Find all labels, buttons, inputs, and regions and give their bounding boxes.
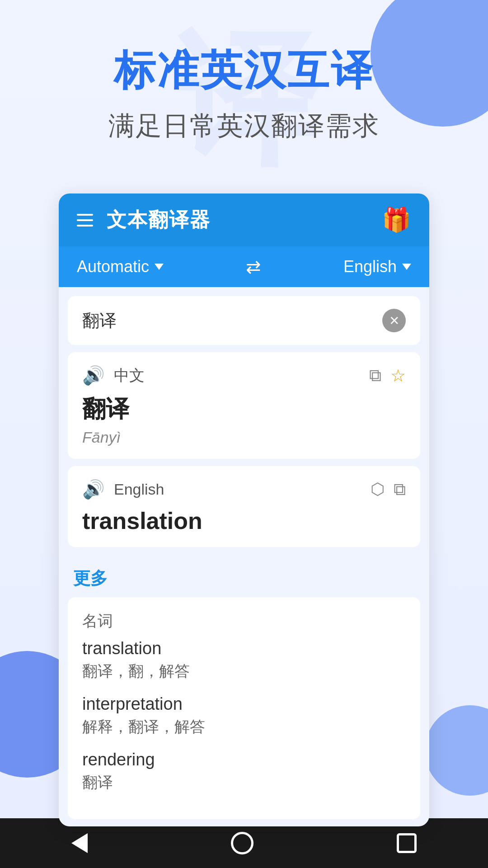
chinese-result-card: 🔊 中文 ⧉ ☆ 翻译 Fānyì <box>68 352 420 459</box>
source-lang-label: Automatic <box>77 257 149 276</box>
word-en-3: rendering <box>82 750 406 769</box>
english-result-word: translation <box>82 507 406 534</box>
target-lang-button[interactable]: English <box>343 257 411 276</box>
english-speaker-icon[interactable]: 🔊 <box>82 479 105 500</box>
input-text[interactable]: 翻译 <box>82 309 117 332</box>
word-en-2: interpretation <box>82 694 406 714</box>
app-header: 文本翻译器 🎁 <box>59 193 429 246</box>
pos-label: 名词 <box>82 611 406 632</box>
english-lang-label: English <box>114 481 164 498</box>
chinese-result-pinyin: Fānyì <box>82 429 406 446</box>
source-lang-dropdown-arrow <box>155 264 164 270</box>
english-result-header: 🔊 English ⬡ ⧉ <box>82 479 406 500</box>
target-lang-dropdown-arrow <box>402 264 411 270</box>
english-result-card: 🔊 English ⬡ ⧉ translation <box>68 466 420 547</box>
word-entry-2: interpretation 解释，翻译，解答 <box>82 694 406 737</box>
english-copy-icon[interactable]: ⧉ <box>394 480 406 500</box>
cards-area: 翻译 🔊 中文 ⧉ ☆ 翻译 Fānyì <box>59 287 429 556</box>
external-link-icon[interactable]: ⬡ <box>371 480 385 500</box>
chinese-star-icon[interactable]: ☆ <box>390 366 406 386</box>
word-zh-3: 翻译 <box>82 772 406 793</box>
word-entry-3: rendering 翻译 <box>82 750 406 793</box>
chinese-result-word: 翻译 <box>82 393 406 425</box>
word-entry-1: translation 翻译，翻，解答 <box>82 639 406 682</box>
more-label: 更多 <box>68 563 420 597</box>
app-card: 文本翻译器 🎁 Automatic ⇄ English 翻译 <box>59 193 429 826</box>
source-lang-button[interactable]: Automatic <box>77 257 164 276</box>
chinese-copy-icon[interactable]: ⧉ <box>369 366 381 386</box>
english-action-icons: ⬡ ⧉ <box>371 480 406 500</box>
english-lang-left: 🔊 English <box>82 479 164 500</box>
menu-icon[interactable] <box>77 214 93 226</box>
word-zh-2: 解释，翻译，解答 <box>82 717 406 737</box>
target-lang-label: English <box>343 257 397 276</box>
page-content: 标准英汉互译 满足日常英汉翻译需求 文本翻译器 🎁 Automatic ⇄ En… <box>0 0 488 868</box>
swap-lang-button[interactable]: ⇄ <box>246 256 261 277</box>
input-card: 翻译 <box>68 296 420 345</box>
lang-bar: Automatic ⇄ English <box>59 246 429 287</box>
word-en-1: translation <box>82 639 406 658</box>
gift-icon[interactable]: 🎁 <box>382 206 411 234</box>
hero-subtitle: 满足日常英汉翻译需求 <box>27 108 461 144</box>
more-card: 名词 translation 翻译，翻，解答 interpretation 解释… <box>68 597 420 819</box>
clear-button[interactable] <box>382 309 406 332</box>
hero-title: 标准英汉互译 <box>27 45 461 95</box>
hero-section: 标准英汉互译 满足日常英汉翻译需求 <box>0 0 488 171</box>
app-title: 文本翻译器 <box>107 207 211 233</box>
chinese-result-header: 🔊 中文 ⧉ ☆ <box>82 365 406 386</box>
header-left: 文本翻译器 <box>77 207 211 233</box>
word-zh-1: 翻译，翻，解答 <box>82 661 406 682</box>
chinese-lang-left: 🔊 中文 <box>82 365 145 386</box>
more-section: 更多 名词 translation 翻译，翻，解答 interpretation… <box>59 556 429 826</box>
chinese-action-icons: ⧉ ☆ <box>369 366 406 386</box>
chinese-lang-label: 中文 <box>114 365 145 386</box>
chinese-speaker-icon[interactable]: 🔊 <box>82 365 105 386</box>
